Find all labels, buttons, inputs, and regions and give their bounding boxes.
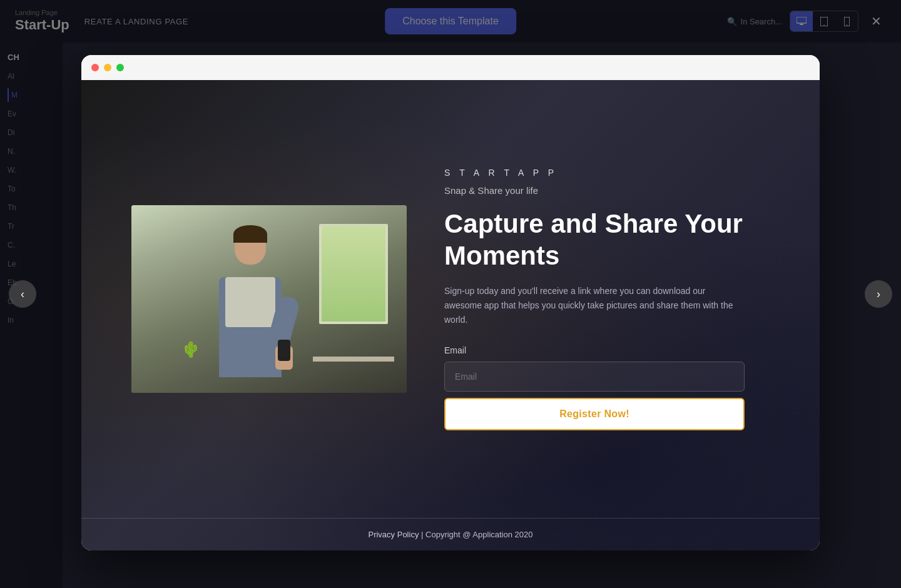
footer-separator: | — [421, 530, 425, 539]
copyright-text: Copyright @ Application 2020 — [425, 530, 532, 539]
modal-footer: Privacy Policy | Copyright @ Application… — [81, 518, 820, 550]
hero-right-content: S T A R T A P P Snap & Share your life C… — [444, 168, 770, 430]
hero-description: Sign-up today and you'll receive a link … — [444, 284, 738, 327]
photo-window-sill — [313, 357, 394, 362]
close-dot[interactable] — [91, 64, 99, 71]
modal-hero-content: 🌵 — [81, 80, 820, 550]
hero-photo: 🌵 — [131, 205, 407, 393]
template-preview-modal: 🌵 — [81, 55, 820, 550]
next-arrow-button[interactable]: › — [865, 280, 892, 308]
email-label: Email — [444, 345, 770, 355]
person-head — [235, 230, 266, 265]
hero-section: 🌵 — [81, 80, 820, 518]
phone-in-hand — [278, 340, 290, 361]
privacy-policy-link[interactable]: Privacy Policy — [368, 530, 419, 539]
person-body — [219, 277, 282, 377]
prev-arrow-button[interactable]: ‹ — [9, 280, 36, 308]
modal-overlay: 🌵 — [0, 0, 901, 588]
hero-heading: Capture and Share Your Moments — [444, 208, 770, 271]
hero-heading-line1: Capture and Share Your — [444, 209, 743, 238]
signup-form: Email Register Now! — [444, 345, 770, 430]
person-hair — [233, 225, 267, 243]
maximize-dot[interactable] — [116, 64, 124, 71]
hero-heading-line2: Moments — [444, 241, 559, 270]
photo-person — [194, 230, 307, 393]
photo-window — [319, 224, 388, 324]
photo-background: 🌵 — [131, 205, 407, 393]
register-button[interactable]: Register Now! — [444, 398, 745, 430]
app-label: S T A R T A P P — [444, 168, 770, 178]
modal-titlebar — [81, 55, 820, 80]
email-input[interactable] — [444, 362, 745, 392]
app-tagline: Snap & Share your life — [444, 185, 770, 196]
person-shirt — [225, 277, 275, 327]
minimize-dot[interactable] — [104, 64, 111, 71]
